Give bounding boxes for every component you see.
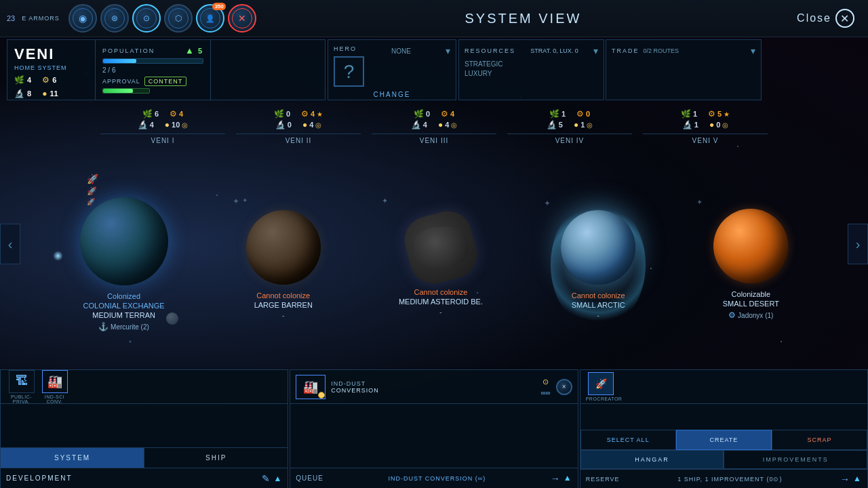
prod-icon: ⚙: [42, 75, 50, 85]
system-name: VENI: [14, 45, 88, 63]
queue-remove-btn[interactable]: ×: [556, 379, 572, 395]
planet-item-3[interactable]: ✦ Cannot colonize MEDIUM ASTEROID BE. -: [399, 214, 483, 316]
food-icon-v1: 🌿: [142, 109, 153, 119]
pop-arrow: ▲: [185, 45, 195, 56]
planet-status-3: Cannot colonize: [414, 288, 468, 296]
prod-icon-v1: ⚙: [170, 109, 177, 119]
planet-name-v5: VENI V: [643, 134, 768, 144]
planet-type-3: MEDIUM ASTEROID BE.: [399, 298, 483, 306]
dust-val: 11: [50, 89, 58, 98]
queue-panel-body: [290, 404, 577, 447]
population-block: POPULATION ▲ 5 2 / 6 APPROVAL CONTENT: [96, 40, 211, 100]
planet-stat-veni1: 🌿 6 ⚙ 4 🔬 4 ● 10 ◎ VENI I: [95, 105, 231, 163]
planet-item-5[interactable]: ✦ Colonizable SMALL DESERT ⚙ Jadonyx (1): [713, 209, 788, 320]
tab-system[interactable]: SYSTEM: [1, 448, 144, 468]
queue-icon-1[interactable]: 🏭: [296, 375, 326, 399]
content-badge: CONTENT: [144, 77, 187, 86]
reserve-arrow-icon[interactable]: →: [840, 474, 850, 485]
planet-stat-veni5: 🌿 1 ⚙ 5 ★ 🔬 1 ● 0 ◎ VENI V: [637, 105, 773, 163]
tab-improvements[interactable]: IMPROVEMENTS: [724, 450, 867, 469]
trade-label: TRADE: [612, 47, 639, 54]
resources-label: RESOURCES: [465, 47, 515, 54]
planet-sphere-5: [713, 209, 788, 283]
nav-arrow-right[interactable]: ›: [848, 224, 868, 264]
food-v1: 6: [155, 110, 159, 118]
hero-label: HERO: [334, 45, 357, 52]
dust-icon-v1: ●: [165, 120, 170, 129]
create-button[interactable]: CREATE: [676, 430, 772, 450]
icon-btn-5[interactable]: 👤 350: [196, 4, 224, 33]
glow-light-1: [53, 251, 63, 261]
trade-dropdown-icon[interactable]: ▾: [751, 45, 755, 56]
queue-arrow-icon[interactable]: →: [551, 473, 561, 484]
planet-sphere-3: [399, 205, 482, 288]
prod-val: 6: [52, 76, 56, 84]
sci-icon: 🔬: [14, 89, 24, 98]
e-armors-label: E ARMORS: [22, 15, 65, 22]
hero-dropdown-icon[interactable]: ▾: [446, 45, 450, 56]
resources-dropdown-icon[interactable]: ▾: [593, 45, 598, 56]
planet-status-4: Cannot colonize: [572, 291, 625, 300]
planet-status-1: Colonized: [107, 292, 140, 300]
dust-v1: 10: [172, 121, 180, 129]
hangar-buttons: SELECT ALL CREATE SCRAP: [580, 430, 867, 450]
hangar-tabs: HANGAR IMPROVEMENTS: [580, 450, 867, 469]
tab-hangar[interactable]: HANGAR: [580, 450, 724, 469]
queue-label: QUEUE: [296, 474, 323, 482]
change-button[interactable]: CHANGE: [334, 91, 450, 98]
queue-item-label: IND-DUST CONVERSION: [331, 380, 379, 394]
planet-name-v3: VENI III: [372, 134, 496, 144]
icon-btn-6[interactable]: ✕: [228, 4, 256, 33]
icon-btn-1[interactable]: ◉: [68, 4, 97, 33]
nav-arrow-left[interactable]: ‹: [0, 224, 20, 264]
reserve-expand-icon[interactable]: ▲: [853, 474, 862, 485]
planet-name-v2: VENI II: [236, 134, 361, 144]
planet-item-1[interactable]: 🚀 🚀 🚀 Colonized COLONIAL EXCHANGE MEDIUM…: [80, 197, 168, 331]
procreator-label: PROCREATOR: [586, 396, 616, 401]
pop-fill: [103, 59, 136, 63]
queue-expand-icon[interactable]: ▲: [564, 473, 572, 484]
pop-value: 5: [198, 47, 203, 55]
planet-stat-veni3: 🌿 0 ⚙ 4 🔬 4 ● 4 ◎ VENI III: [366, 105, 502, 163]
close-button[interactable]: Close ✕: [783, 9, 868, 28]
icon-btn-3[interactable]: ⊙: [132, 4, 161, 33]
dust-icon: ●: [42, 89, 47, 98]
hangar-ship-icon[interactable]: 🚀 PROCREATOR: [586, 372, 616, 401]
dev-icon-1[interactable]: 🏗 PUBLIC-PRIVA.: [6, 370, 37, 404]
dev-icon-2[interactable]: 🏭 IND-SCI CONV.: [39, 370, 70, 404]
select-all-button[interactable]: SELECT ALL: [580, 430, 676, 450]
planet-sphere-4: [561, 210, 635, 285]
system-panel: VENI HOME SYSTEM 🌿 4 ⚙ 6 🔬 8 ● 11 POPULA…: [7, 39, 326, 100]
bottom-panels: 🏗 PUBLIC-PRIVA. 🏭 IND-SCI CONV. SYSTEM S…: [0, 369, 868, 488]
development-panel: 🏗 PUBLIC-PRIVA. 🏭 IND-SCI CONV. SYSTEM S…: [0, 369, 288, 488]
planet-type-1: MEDIUM TERRAN: [92, 311, 155, 319]
planets-area: 🚀 🚀 🚀 Colonized COLONIAL EXCHANGE MEDIUM…: [41, 163, 827, 366]
hangar-body: [580, 404, 867, 430]
reserve-row: RESERVE 1 SHIP, 1 IMPROVEMENT (0⊙) → ▲: [580, 469, 867, 488]
food-icon: 🌿: [14, 75, 24, 85]
icon-btn-4[interactable]: ⬡: [164, 4, 193, 33]
planet-item-2[interactable]: ✦ ✦ Cannot colonize LARGE BARREN -: [246, 210, 321, 319]
page-title: System View: [263, 11, 783, 26]
food-val: 4: [27, 76, 31, 84]
dev-icon-1-label: PUBLIC-PRIVA.: [6, 394, 37, 404]
trade-panel: TRADE 0/2 ROUTES ▾: [606, 39, 762, 100]
planet-status-5: Colonizable: [732, 290, 770, 298]
resources-panel: RESOURCES STRAT. 0, LUX. 0 ▾ STRATEGIC L…: [458, 39, 604, 100]
top-bar: 23 E ARMORS ◉ ⊛ ⊙ ⬡ 👤 350: [0, 0, 868, 37]
approval-bar: [102, 88, 150, 94]
planet-name-v1: VENI I: [100, 134, 225, 144]
dev-edit-icon[interactable]: ✎: [262, 473, 271, 484]
scrap-button[interactable]: SCRAP: [772, 430, 867, 450]
tab-ship[interactable]: SHIP: [144, 448, 288, 468]
planet-item-4[interactable]: ✦ Cannot colonize SMALL ARCTIC -: [561, 210, 635, 319]
icon-btn-2[interactable]: ⊛: [100, 4, 129, 33]
resources-luxury: LUXURY: [465, 70, 598, 77]
hangar-panel: 🚀 PROCREATOR SELECT ALL CREATE SCRAP HAN…: [580, 369, 868, 488]
planet-type-2: LARGE BARREN: [254, 301, 313, 309]
development-label: DEVELOPMENT: [6, 474, 73, 482]
planet-sub-1: COLONIAL EXCHANGE: [83, 302, 165, 310]
trade-routes: 0/2 ROUTES: [644, 47, 679, 54]
dev-expand-icon[interactable]: ▲: [273, 474, 282, 483]
hero-panel: HERO NONE ▾ ? CHANGE: [328, 39, 456, 100]
